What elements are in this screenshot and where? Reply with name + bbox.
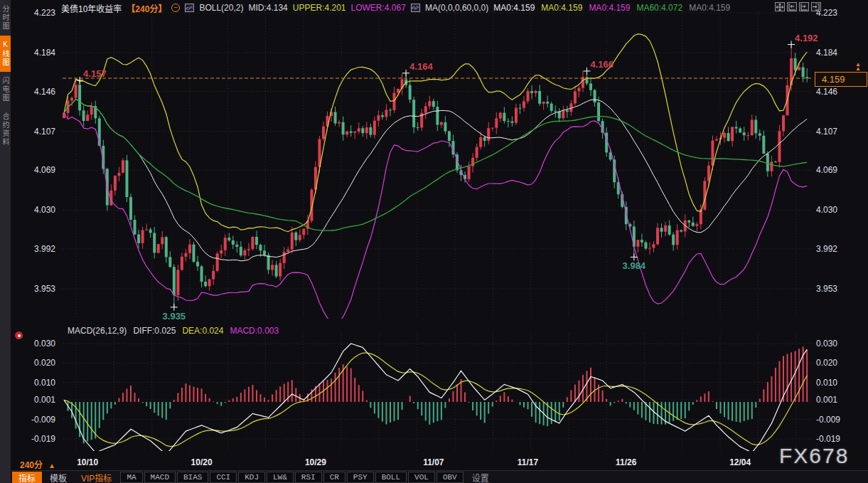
boll-indicator-icon[interactable] [185, 4, 194, 12]
price-axis-label-left: 4.107 [20, 127, 55, 137]
exit-panel-icon[interactable] [811, 2, 821, 11]
price-axis-label-right: 4.146 [816, 87, 837, 97]
svg-text:4.166: 4.166 [590, 59, 614, 70]
price-axis-label-right: 4.030 [816, 205, 837, 215]
macd-axis-label-right: -0.019 [816, 434, 840, 444]
price-marker-icon: ▲▲ [855, 63, 861, 71]
pan-move-icon[interactable] [775, 2, 785, 11]
ma-value-4: MA0:4.159 [689, 3, 730, 13]
macd-diff-value: DIFF:0.025 [133, 326, 176, 336]
price-axis-label-right: 3.992 [816, 244, 837, 254]
macd-axis-label-right: -0.009 [816, 415, 840, 425]
macd-axis-label-left: 0.030 [20, 339, 55, 349]
svg-text:4.157: 4.157 [83, 68, 107, 79]
tab-vip-indicator[interactable]: VIP指标 [75, 472, 118, 483]
price-axis-label-right: 4.184 [816, 48, 837, 58]
date-axis-label: 10/10 [72, 457, 103, 467]
macd-axis-label-left: -0.019 [20, 434, 55, 444]
svg-text:3.935: 3.935 [163, 311, 186, 322]
bottom-toolbar: 指标 模板 VIP指标 MAMACDBIASCCIKDJLW&RSICRPSYB… [11, 470, 868, 483]
indicator-button-ma[interactable]: MA [120, 472, 142, 483]
macd-group [64, 344, 807, 455]
kline-chart-canvas[interactable]: 4.1574.1644.1664.1923.9353.984 [0, 0, 868, 483]
instrument-title: 美债10年收益率 [61, 2, 122, 14]
date-axis-label: 12/04 [724, 457, 756, 467]
period-label: 【240分】 [127, 2, 166, 14]
macd-axis-label-left: 0.001 [20, 395, 55, 405]
boll-lower-value: LOWER:4.067 [351, 3, 406, 13]
macd-dea-value: DEA:0.024 [182, 326, 223, 336]
settings-button[interactable]: 设置 [466, 472, 495, 483]
macd-axis-label-right: 0.030 [816, 339, 837, 349]
price-axis-label-right: 3.953 [816, 284, 837, 294]
price-axis-label-left: 4.146 [20, 87, 55, 97]
date-axis-label: 11/07 [418, 457, 449, 467]
last-price-value: 4.159 [822, 74, 845, 85]
footer-period-selector[interactable]: 240分▲ [20, 458, 55, 470]
chart-window-controls [775, 2, 821, 11]
indicator-button-rsi[interactable]: RSI [295, 472, 322, 483]
svg-text:4.192: 4.192 [795, 33, 818, 43]
ma-label: MA(0,0,0,60,0,0) [425, 3, 488, 13]
sidebar-tab-1[interactable]: K线图 [0, 36, 11, 72]
boll-label: BOLL(20,2) [199, 3, 243, 13]
price-axis-label-left: 3.992 [20, 244, 55, 254]
ma-value-2: MA0:4.159 [589, 3, 630, 13]
sidebar-tab-0[interactable]: 分时图 [0, 0, 11, 36]
zoom-right-chart-icon[interactable] [799, 2, 809, 11]
ma-values-group: MA0:4.159MA0:4.159MA0:4.159MA60:4.072MA0… [493, 3, 736, 13]
sidebar-tab-3[interactable]: 合约资料 [0, 107, 11, 152]
date-axis-label: 10/29 [300, 457, 331, 467]
date-axis-label: 10/20 [186, 457, 218, 467]
indicator-button-kdj[interactable]: KDJ [238, 472, 265, 483]
ma-indicator-icon[interactable] [411, 4, 420, 12]
macd-header: MACD(26,12,9) DIFF:0.025 DEA:0.024 MACD:… [68, 326, 279, 336]
price-axis-label-left: 4.069 [20, 165, 55, 175]
svg-text:3.984: 3.984 [623, 260, 646, 271]
price-axis-label-left: 3.953 [20, 284, 55, 294]
chart-header: 美债10年收益率 【240分】 − BOLL(20,2) MID:4.134 U… [61, 2, 736, 14]
watermark: FX678 [779, 444, 849, 468]
macd-axis-label-left: 0.010 [20, 378, 55, 388]
collapse-indicator-icon[interactable]: − [171, 4, 180, 12]
boll-upper-value: UPPER:4.201 [293, 3, 346, 13]
indicator-button-boll[interactable]: BOLL [375, 472, 407, 483]
ma-value-0: MA0:4.159 [493, 3, 535, 13]
annotations-group: 4.1574.1644.1664.1923.9353.984 [76, 33, 818, 322]
svg-text:4.164: 4.164 [409, 61, 433, 72]
macd-macd-value: MACD:0.003 [230, 326, 279, 336]
price-axis-label-left: 4.223 [20, 8, 55, 18]
macd-axis-label-left: 0.020 [20, 358, 55, 368]
chevron-up-icon: ▲ [48, 462, 55, 469]
price-axis-label-right: 4.069 [816, 165, 837, 175]
price-axis-label-left: 4.030 [20, 205, 55, 215]
indicator-button-cci[interactable]: CCI [210, 472, 237, 483]
macd-axis-label-left: -0.009 [20, 415, 55, 425]
indicator-button-lw[interactable]: LW& [267, 472, 294, 483]
indicator-button-cr[interactable]: CR [323, 472, 345, 483]
date-axis-label: 11/17 [513, 457, 544, 467]
last-price-box: 4.159 [815, 72, 867, 87]
tab-template[interactable]: 模板 [43, 472, 73, 483]
sidebar-tab-2[interactable]: 闪电图 [0, 72, 11, 107]
macd-name: MACD(26,12,9) [68, 326, 127, 336]
indicator-button-bias[interactable]: BIAS [177, 472, 208, 483]
left-sidebar: 分时图K线图闪电图合约资料 [0, 0, 11, 483]
tab-indicator[interactable]: 指标 [12, 472, 42, 483]
price-axis-label-right: 4.107 [816, 127, 837, 137]
indicator-buttons-group: MAMACDBIASCCIKDJLW&RSICRPSYBOLLVOLOBV [119, 472, 464, 483]
date-axis-label: 11/26 [611, 457, 642, 467]
zoom-left-chart-icon[interactable] [787, 2, 797, 11]
footer-period-label: 240分 [20, 460, 43, 470]
indicator-button-obv[interactable]: OBV [436, 472, 464, 483]
ma-value-1: MA0:4.159 [541, 3, 582, 13]
macd-axis-label-right: 0.020 [816, 358, 837, 368]
boll-mid-value: MID:4.134 [248, 3, 287, 13]
indicator-button-psy[interactable]: PSY [347, 472, 374, 483]
price-axis-label-left: 4.184 [20, 48, 55, 58]
indicator-alert-icon[interactable] [15, 331, 23, 339]
macd-axis-label-right: 0.010 [816, 378, 837, 388]
indicator-button-macd[interactable]: MACD [144, 472, 176, 483]
trading-app: 4.1574.1644.1664.1923.9353.984 分时图K线图闪电图… [0, 0, 868, 483]
indicator-button-vol[interactable]: VOL [408, 472, 435, 483]
